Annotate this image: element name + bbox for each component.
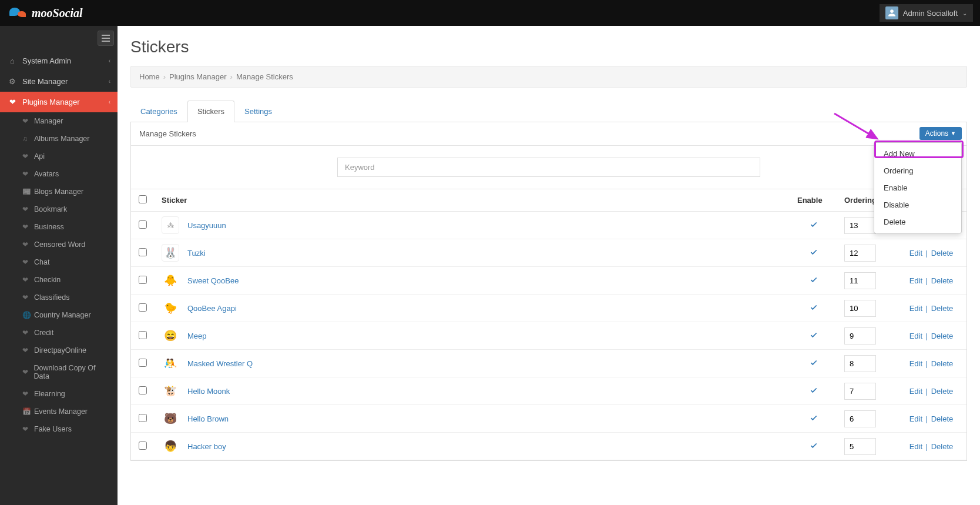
check-icon[interactable] xyxy=(810,414,818,422)
edit-link[interactable]: Edit xyxy=(909,359,922,368)
edit-link[interactable]: Edit xyxy=(909,304,922,313)
row-checkbox[interactable] xyxy=(139,442,147,450)
row-checkbox[interactable] xyxy=(139,276,147,284)
edit-link[interactable]: Edit xyxy=(909,414,922,423)
delete-link[interactable]: Delete xyxy=(931,442,954,451)
sub-item-manager[interactable]: ❤Manager xyxy=(0,112,118,130)
sub-item-censored-word[interactable]: ❤Censored Word xyxy=(0,236,118,253)
row-checkbox[interactable] xyxy=(139,248,147,256)
breadcrumb-plugins-manager[interactable]: Plugins Manager xyxy=(169,72,227,81)
check-icon[interactable] xyxy=(810,359,818,367)
ordering-input[interactable] xyxy=(844,300,876,317)
search-input[interactable] xyxy=(337,158,760,177)
check-icon[interactable] xyxy=(810,442,818,450)
edit-link[interactable]: Edit xyxy=(909,387,922,396)
sub-icon: ❤ xyxy=(22,223,31,231)
sub-item-elearning[interactable]: ❤Elearning xyxy=(0,385,118,403)
sub-item-events-manager[interactable]: 📅Events Manager xyxy=(0,403,118,420)
ordering-input[interactable] xyxy=(844,438,876,455)
action-enable[interactable]: Enable xyxy=(874,179,961,196)
sub-item-bookmark[interactable]: ❤Bookmark xyxy=(0,200,118,218)
action-disable[interactable]: Disable xyxy=(874,196,961,213)
sub-item-checkin[interactable]: ❤Checkin xyxy=(0,271,118,289)
check-icon[interactable] xyxy=(810,303,818,312)
sub-item-download-copy-of-data[interactable]: ❤Download Copy Of Data xyxy=(0,359,118,385)
panel-title: Manage Stickers xyxy=(139,129,196,138)
sub-item-directpayonline[interactable]: ❤DirectpayOnline xyxy=(0,342,118,359)
sticker-name-link[interactable]: Meep xyxy=(187,332,207,340)
row-checkbox[interactable] xyxy=(139,303,147,312)
edit-link[interactable]: Edit xyxy=(909,332,922,340)
check-icon[interactable] xyxy=(810,248,818,256)
delete-link[interactable]: Delete xyxy=(931,332,954,340)
sub-icon: ❤ xyxy=(22,205,31,213)
row-checkbox[interactable] xyxy=(139,414,147,422)
edit-link[interactable]: Edit xyxy=(909,249,922,257)
tab-settings[interactable]: Settings xyxy=(234,101,282,122)
hamburger-button[interactable] xyxy=(98,31,114,46)
sub-item-albums-manager[interactable]: ♫Albums Manager xyxy=(0,130,118,148)
row-checkbox[interactable] xyxy=(139,386,147,394)
delete-link[interactable]: Delete xyxy=(931,249,954,257)
ordering-input[interactable] xyxy=(844,383,876,400)
brand[interactable]: mooSocial xyxy=(9,6,83,20)
user-menu[interactable]: Admin Socialloft ⌄ xyxy=(880,4,973,22)
row-checkbox[interactable] xyxy=(139,220,147,229)
check-icon[interactable] xyxy=(810,276,818,284)
nav-item-plugins-manager[interactable]: ❤Plugins Manager‹ xyxy=(0,92,118,112)
row-checkbox[interactable] xyxy=(139,331,147,339)
sub-icon: ❤ xyxy=(22,258,31,266)
row-checkbox[interactable] xyxy=(139,359,147,367)
sticker-name-link[interactable]: QooBee Agapi xyxy=(187,304,237,313)
action-delete[interactable]: Delete xyxy=(874,213,961,230)
ordering-input[interactable] xyxy=(844,327,876,345)
tab-categories[interactable]: Categories xyxy=(130,101,187,122)
sub-item-country-manager[interactable]: 🌐Country Manager xyxy=(0,306,118,324)
delete-link[interactable]: Delete xyxy=(931,276,954,285)
sub-item-classifieds[interactable]: ❤Classifieds xyxy=(0,289,118,306)
stickers-table: Sticker Enable Ordering Actions ⁂ Usagyu… xyxy=(131,189,966,460)
action-ordering[interactable]: Ordering xyxy=(874,162,961,179)
edit-link[interactable]: Edit xyxy=(909,276,922,285)
sticker-name-link[interactable]: Hello Brown xyxy=(187,414,229,423)
sub-item-api[interactable]: ❤Api xyxy=(0,148,118,165)
action-add-new[interactable]: Add New xyxy=(874,145,961,162)
ordering-input[interactable] xyxy=(844,217,876,234)
delete-link[interactable]: Delete xyxy=(931,304,954,313)
chevron-right-icon: ‹ xyxy=(109,99,110,105)
ordering-input[interactable] xyxy=(844,272,876,289)
sticker-name-link[interactable]: Tuzki xyxy=(187,249,206,257)
user-name: Admin Socialloft xyxy=(903,9,958,18)
breadcrumb-manage-stickers: Manage Stickers xyxy=(236,72,293,81)
sub-item-business[interactable]: ❤Business xyxy=(0,218,118,236)
delete-link[interactable]: Delete xyxy=(931,414,954,423)
check-icon[interactable] xyxy=(810,331,818,339)
sticker-name-link[interactable]: Hacker boy xyxy=(187,442,226,451)
table-row: 👦 Hacker boy Edit | Delete xyxy=(131,433,966,460)
check-icon[interactable] xyxy=(810,220,818,229)
sticker-name-link[interactable]: Hello Moonk xyxy=(187,387,230,396)
select-all-checkbox[interactable] xyxy=(139,195,147,203)
nav-item-system-admin[interactable]: ⌂System Admin‹ xyxy=(0,51,118,71)
edit-link[interactable]: Edit xyxy=(909,442,922,451)
check-icon[interactable] xyxy=(810,386,818,394)
sticker-name-link[interactable]: Sweet QooBee xyxy=(187,276,239,285)
sub-item-blogs-manager[interactable]: 📰Blogs Manager xyxy=(0,183,118,200)
delete-link[interactable]: Delete xyxy=(931,359,954,368)
sticker-name-link[interactable]: Masked Wrestler Q xyxy=(187,359,253,368)
nav-item-site-manager[interactable]: ⚙Site Manager‹ xyxy=(0,71,118,92)
sub-item-avatars[interactable]: ❤Avatars xyxy=(0,165,118,183)
sticker-name-link[interactable]: Usagyuuun xyxy=(187,221,226,230)
sub-item-credit[interactable]: ❤Credit xyxy=(0,324,118,342)
sub-item-fake-users[interactable]: ❤Fake Users xyxy=(0,420,118,438)
sub-item-chat[interactable]: ❤Chat xyxy=(0,253,118,271)
avatar-icon xyxy=(885,6,898,19)
ordering-input[interactable] xyxy=(844,245,876,262)
delete-link[interactable]: Delete xyxy=(931,387,954,396)
breadcrumb-home[interactable]: Home xyxy=(139,72,160,81)
actions-button[interactable]: Actions ▼ xyxy=(919,127,962,140)
ordering-input[interactable] xyxy=(844,355,876,372)
sub-icon: ❤ xyxy=(22,152,31,160)
tab-stickers[interactable]: Stickers xyxy=(187,101,234,122)
ordering-input[interactable] xyxy=(844,410,876,427)
